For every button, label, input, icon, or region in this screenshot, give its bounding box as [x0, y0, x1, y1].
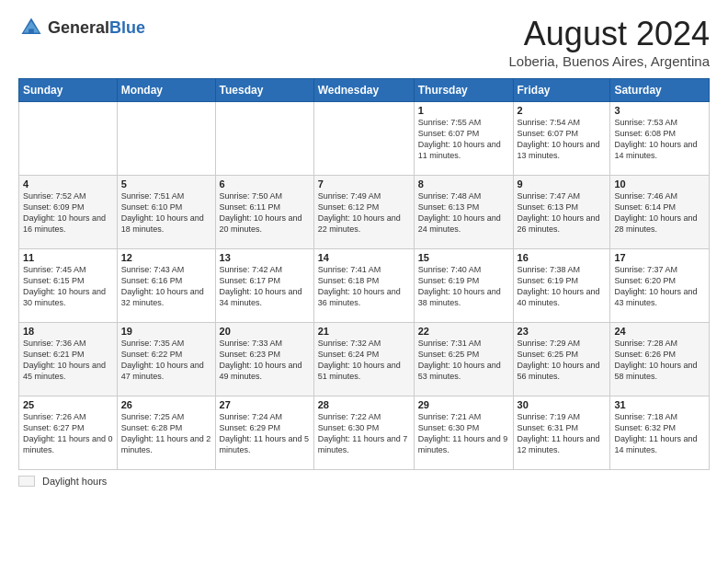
calendar-cell: 17Sunrise: 7:37 AM Sunset: 6:20 PM Dayli… [610, 249, 710, 323]
calendar-cell [215, 102, 313, 176]
day-content: Sunrise: 7:19 AM Sunset: 6:31 PM Dayligh… [518, 411, 607, 456]
logo: GeneralBlue [18, 15, 145, 40]
day-content: Sunrise: 7:55 AM Sunset: 6:07 PM Dayligh… [418, 117, 509, 162]
day-content: Sunrise: 7:52 AM Sunset: 6:09 PM Dayligh… [23, 190, 113, 236]
calendar-cell: 31Sunrise: 7:18 AM Sunset: 6:32 PM Dayli… [610, 396, 710, 470]
title-location: Loberia, Buenos Aires, Argentina [509, 53, 710, 69]
calendar-cell: 1Sunrise: 7:55 AM Sunset: 6:07 PM Daylig… [414, 102, 513, 176]
day-content: Sunrise: 7:51 AM Sunset: 6:10 PM Dayligh… [121, 190, 211, 236]
day-number: 21 [318, 326, 410, 337]
day-number: 26 [121, 399, 211, 410]
calendar-cell: 18Sunrise: 7:36 AM Sunset: 6:21 PM Dayli… [19, 323, 118, 396]
day-content: Sunrise: 7:48 AM Sunset: 6:13 PM Dayligh… [418, 190, 509, 236]
day-number: 2 [518, 105, 607, 116]
day-content: Sunrise: 7:36 AM Sunset: 6:21 PM Dayligh… [23, 338, 113, 383]
day-content: Sunrise: 7:40 AM Sunset: 6:19 PM Dayligh… [418, 264, 509, 309]
calendar-cell: 4Sunrise: 7:52 AM Sunset: 6:09 PM Daylig… [19, 176, 118, 249]
logo-icon [18, 15, 44, 40]
calendar-week-3: 18Sunrise: 7:36 AM Sunset: 6:21 PM Dayli… [19, 323, 710, 396]
calendar-header-row: SundayMondayTuesdayWednesdayThursdayFrid… [19, 79, 710, 102]
calendar: SundayMondayTuesdayWednesdayThursdayFrid… [18, 78, 710, 470]
logo-blue: Blue [109, 18, 145, 37]
day-number: 3 [614, 105, 705, 116]
day-number: 24 [614, 326, 705, 337]
calendar-cell: 23Sunrise: 7:29 AM Sunset: 6:25 PM Dayli… [513, 323, 610, 396]
day-content: Sunrise: 7:29 AM Sunset: 6:25 PM Dayligh… [518, 338, 607, 383]
day-number: 30 [518, 399, 607, 410]
calendar-header-saturday: Saturday [610, 79, 710, 102]
calendar-cell: 30Sunrise: 7:19 AM Sunset: 6:31 PM Dayli… [513, 396, 610, 470]
title-block: August 2024 Loberia, Buenos Aires, Argen… [509, 15, 710, 69]
day-number: 29 [418, 399, 509, 410]
day-number: 19 [121, 326, 211, 337]
day-content: Sunrise: 7:50 AM Sunset: 6:11 PM Dayligh… [220, 190, 310, 236]
calendar-cell: 24Sunrise: 7:28 AM Sunset: 6:26 PM Dayli… [610, 323, 710, 396]
calendar-cell: 12Sunrise: 7:43 AM Sunset: 6:16 PM Dayli… [117, 249, 215, 323]
day-number: 12 [121, 252, 211, 263]
day-number: 1 [418, 105, 509, 116]
day-content: Sunrise: 7:45 AM Sunset: 6:15 PM Dayligh… [23, 264, 113, 309]
calendar-week-0: 1Sunrise: 7:55 AM Sunset: 6:07 PM Daylig… [19, 102, 710, 176]
legend-label: Daylight hours [42, 476, 107, 487]
calendar-cell: 6Sunrise: 7:50 AM Sunset: 6:11 PM Daylig… [215, 176, 313, 249]
logo-text: GeneralBlue [48, 18, 145, 38]
page: GeneralBlue August 2024 Loberia, Buenos … [0, 0, 728, 496]
calendar-header-friday: Friday [513, 79, 610, 102]
calendar-cell: 5Sunrise: 7:51 AM Sunset: 6:10 PM Daylig… [117, 176, 215, 249]
day-number: 16 [518, 252, 607, 263]
day-number: 9 [518, 178, 607, 190]
calendar-cell [117, 102, 215, 176]
calendar-cell: 20Sunrise: 7:33 AM Sunset: 6:23 PM Dayli… [215, 323, 313, 396]
day-content: Sunrise: 7:18 AM Sunset: 6:32 PM Dayligh… [614, 411, 705, 456]
svg-rect-2 [28, 29, 34, 34]
calendar-cell: 2Sunrise: 7:54 AM Sunset: 6:07 PM Daylig… [513, 102, 610, 176]
day-content: Sunrise: 7:53 AM Sunset: 6:08 PM Dayligh… [614, 117, 705, 162]
calendar-cell: 13Sunrise: 7:42 AM Sunset: 6:17 PM Dayli… [215, 249, 313, 323]
calendar-header-thursday: Thursday [414, 79, 513, 102]
title-month: August 2024 [509, 15, 710, 53]
day-content: Sunrise: 7:54 AM Sunset: 6:07 PM Dayligh… [518, 117, 607, 162]
day-number: 23 [518, 326, 607, 337]
calendar-cell: 14Sunrise: 7:41 AM Sunset: 6:18 PM Dayli… [313, 249, 414, 323]
day-number: 13 [220, 252, 310, 263]
calendar-cell: 21Sunrise: 7:32 AM Sunset: 6:24 PM Dayli… [313, 323, 414, 396]
day-number: 8 [418, 178, 509, 190]
day-content: Sunrise: 7:25 AM Sunset: 6:28 PM Dayligh… [121, 411, 211, 456]
day-content: Sunrise: 7:49 AM Sunset: 6:12 PM Dayligh… [318, 190, 410, 236]
day-content: Sunrise: 7:21 AM Sunset: 6:30 PM Dayligh… [418, 411, 509, 456]
day-number: 14 [318, 252, 410, 263]
calendar-cell: 29Sunrise: 7:21 AM Sunset: 6:30 PM Dayli… [414, 396, 513, 470]
day-number: 10 [614, 178, 705, 190]
calendar-cell: 9Sunrise: 7:47 AM Sunset: 6:13 PM Daylig… [513, 176, 610, 249]
header: GeneralBlue August 2024 Loberia, Buenos … [18, 15, 710, 69]
day-content: Sunrise: 7:31 AM Sunset: 6:25 PM Dayligh… [418, 338, 509, 383]
footer: Daylight hours [18, 476, 710, 487]
calendar-cell: 15Sunrise: 7:40 AM Sunset: 6:19 PM Dayli… [414, 249, 513, 323]
calendar-cell: 27Sunrise: 7:24 AM Sunset: 6:29 PM Dayli… [215, 396, 313, 470]
logo-general: General [48, 18, 109, 37]
day-number: 20 [220, 326, 310, 337]
calendar-cell: 25Sunrise: 7:26 AM Sunset: 6:27 PM Dayli… [19, 396, 118, 470]
day-content: Sunrise: 7:32 AM Sunset: 6:24 PM Dayligh… [318, 338, 410, 383]
day-content: Sunrise: 7:35 AM Sunset: 6:22 PM Dayligh… [121, 338, 211, 383]
day-number: 11 [23, 252, 113, 263]
calendar-cell: 8Sunrise: 7:48 AM Sunset: 6:13 PM Daylig… [414, 176, 513, 249]
day-content: Sunrise: 7:22 AM Sunset: 6:30 PM Dayligh… [318, 411, 410, 456]
day-content: Sunrise: 7:46 AM Sunset: 6:14 PM Dayligh… [614, 190, 705, 236]
day-number: 4 [23, 178, 113, 190]
day-content: Sunrise: 7:42 AM Sunset: 6:17 PM Dayligh… [220, 264, 310, 309]
calendar-header-sunday: Sunday [19, 79, 118, 102]
calendar-cell: 28Sunrise: 7:22 AM Sunset: 6:30 PM Dayli… [313, 396, 414, 470]
calendar-week-1: 4Sunrise: 7:52 AM Sunset: 6:09 PM Daylig… [19, 176, 710, 249]
day-content: Sunrise: 7:28 AM Sunset: 6:26 PM Dayligh… [614, 338, 705, 383]
day-number: 5 [121, 178, 211, 190]
day-number: 6 [220, 178, 310, 190]
calendar-cell: 26Sunrise: 7:25 AM Sunset: 6:28 PM Dayli… [117, 396, 215, 470]
day-content: Sunrise: 7:37 AM Sunset: 6:20 PM Dayligh… [614, 264, 705, 309]
calendar-cell: 7Sunrise: 7:49 AM Sunset: 6:12 PM Daylig… [313, 176, 414, 249]
day-number: 28 [318, 399, 410, 410]
day-number: 22 [418, 326, 509, 337]
day-number: 25 [23, 399, 113, 410]
calendar-cell: 16Sunrise: 7:38 AM Sunset: 6:19 PM Dayli… [513, 249, 610, 323]
legend-box [18, 476, 35, 487]
